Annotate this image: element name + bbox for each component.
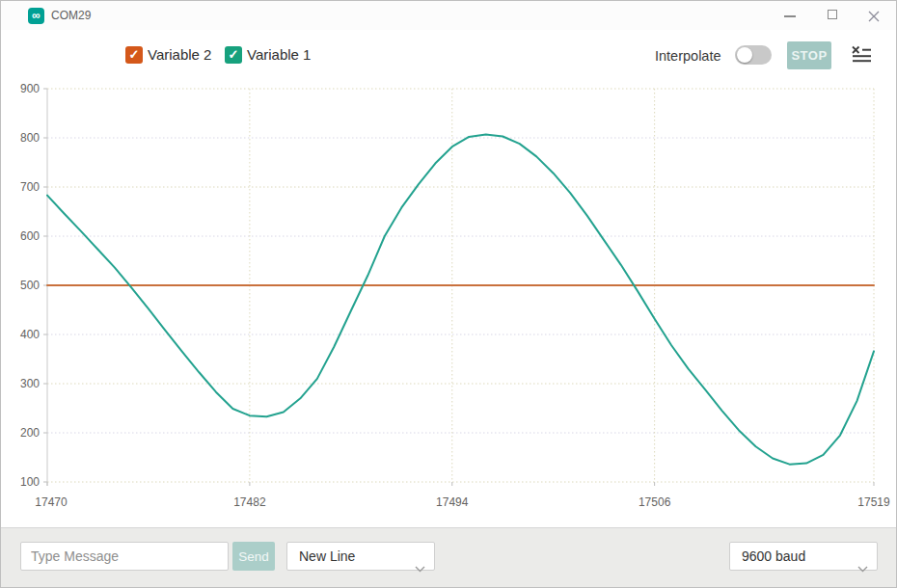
- minimize-button[interactable]: [774, 1, 806, 30]
- chevron-down-icon: [857, 554, 868, 581]
- x-tick-label: 17470: [35, 495, 68, 509]
- stop-button[interactable]: STOP: [787, 41, 831, 69]
- arduino-icon: ∞: [28, 8, 44, 24]
- interpolate-toggle[interactable]: [735, 45, 772, 65]
- y-tick-label: 200: [20, 426, 40, 440]
- maximize-button[interactable]: [816, 1, 849, 30]
- y-tick-label: 400: [20, 328, 40, 341]
- x-tick-label: 17482: [233, 495, 266, 509]
- x-tick-label: 17494: [436, 495, 469, 509]
- y-tick-label: 100: [20, 475, 40, 489]
- interpolate-label: Interpolate: [655, 48, 721, 64]
- bottombar: Send New Line 9600 baud: [1, 527, 896, 588]
- checkbox-variable-1[interactable]: ✓: [225, 46, 242, 64]
- legend-item-variable-2[interactable]: ✓ Variable 2: [125, 46, 231, 66]
- plot-area: 1002003004005006007008009001747017482174…: [1, 78, 897, 526]
- series-variable-1: [47, 134, 874, 464]
- maximize-icon: [828, 10, 837, 19]
- chevron-down-icon: [415, 554, 425, 581]
- close-button[interactable]: [857, 1, 890, 30]
- line-ending-select[interactable]: New Line: [286, 542, 435, 571]
- baud-rate-value: 9600 baud: [742, 548, 805, 564]
- legend-label-variable-2: Variable 2: [148, 46, 211, 63]
- x-tick-label: 17519: [857, 495, 890, 509]
- window-title: COM29: [51, 9, 91, 22]
- y-tick-label: 900: [20, 82, 40, 95]
- message-input[interactable]: [20, 542, 229, 571]
- clear-chart-button[interactable]: [850, 45, 873, 65]
- y-tick-label: 600: [20, 229, 40, 243]
- line-ending-value: New Line: [299, 548, 355, 564]
- legend-item-variable-1[interactable]: ✓ Variable 1: [225, 46, 331, 66]
- checkbox-variable-2[interactable]: ✓: [125, 46, 143, 64]
- titlebar: ∞ COM29: [1, 1, 896, 30]
- y-tick-label: 500: [20, 279, 40, 292]
- y-tick-label: 800: [20, 131, 40, 145]
- y-tick-label: 300: [20, 377, 40, 390]
- legend-label-variable-1: Variable 1: [247, 46, 311, 63]
- minimize-icon: [784, 15, 796, 17]
- toggle-knob: [737, 47, 752, 63]
- clear-chart-icon: [851, 51, 872, 66]
- serial-plotter-window: ∞ COM29 ✓ Variable 2 ✓ Variable 1 Interp…: [0, 0, 897, 588]
- baud-rate-select[interactable]: 9600 baud: [729, 542, 878, 571]
- send-button[interactable]: Send: [232, 542, 275, 571]
- y-tick-label: 700: [20, 180, 40, 194]
- close-icon: [868, 9, 880, 26]
- x-tick-label: 17506: [639, 495, 671, 509]
